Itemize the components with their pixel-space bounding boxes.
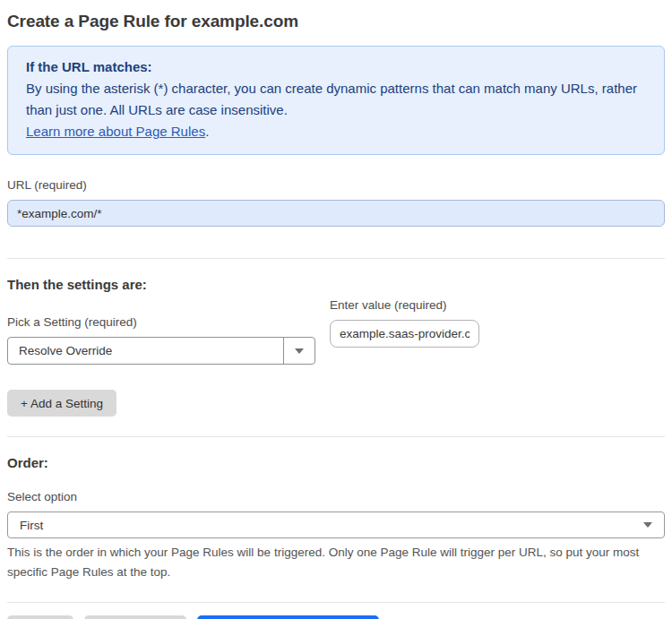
value-field-label: Enter value (required)	[330, 298, 479, 312]
save-and-deploy-button[interactable]: Save and Deploy Page Rule	[197, 615, 380, 619]
settings-row: Pick a Setting (required) Resolve Overri…	[7, 292, 665, 365]
save-as-draft-button[interactable]: Save as Draft	[84, 615, 186, 619]
section-divider	[7, 436, 665, 437]
setting-select-caret-button[interactable]	[283, 338, 314, 364]
setting-select-label: Pick a Setting (required)	[7, 315, 315, 329]
order-select-value: First	[20, 519, 43, 532]
info-box-link-line: Learn more about Page Rules.	[26, 121, 646, 142]
order-select[interactable]: First	[7, 512, 665, 538]
order-heading: Order:	[7, 455, 665, 470]
order-select-label: Select option	[7, 490, 665, 503]
setting-value-input[interactable]	[330, 320, 479, 348]
footer-divider	[7, 602, 665, 603]
settings-heading: Then the settings are:	[7, 277, 665, 292]
page-rule-form: Create a Page Rule for example.com If th…	[0, 12, 672, 619]
setting-select-value: Resolve Override	[8, 344, 283, 357]
info-box-heading: If the URL matches:	[26, 56, 646, 78]
link-period: .	[205, 124, 209, 139]
learn-more-link[interactable]: Learn more about Page Rules	[26, 124, 205, 139]
url-input[interactable]	[7, 200, 665, 227]
setting-select-column: Pick a Setting (required) Resolve Overri…	[7, 292, 315, 365]
order-help-text: This is the order in which your Page Rul…	[7, 543, 648, 582]
url-field-label: URL (required)	[7, 178, 665, 192]
setting-select[interactable]: Resolve Override	[7, 337, 315, 365]
setting-value-column: Enter value (required)	[330, 298, 479, 348]
chevron-down-icon	[295, 348, 304, 354]
page-title: Create a Page Rule for example.com	[7, 12, 665, 31]
section-divider	[7, 258, 665, 259]
footer-actions: Cancel Save as Draft Save and Deploy Pag…	[7, 615, 665, 619]
chevron-down-icon	[643, 522, 652, 528]
add-setting-button[interactable]: + Add a Setting	[7, 390, 116, 417]
cancel-button[interactable]: Cancel	[7, 615, 73, 619]
url-match-info-box: If the URL matches: By using the asteris…	[7, 46, 665, 155]
info-box-body: By using the asterisk (*) character, you…	[26, 78, 646, 121]
